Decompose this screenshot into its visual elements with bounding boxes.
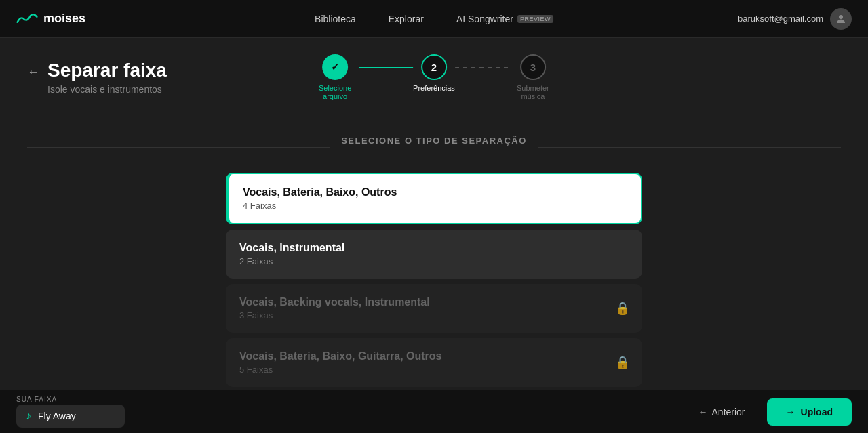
avatar-icon [835,13,847,25]
logo-text: moises [43,12,85,26]
back-button[interactable]: ← [27,65,39,79]
logo[interactable]: moises [16,12,85,26]
step-connector-1 [359,67,413,68]
music-note-icon: ♪ [26,410,31,422]
your-track-label: SUA FAIXA [16,396,125,403]
option-5-tracks-title: Vocais, Bateria, Baixo, Guitarra, Outros [239,350,629,363]
lock-icon-5: 🔒 [615,355,630,370]
option-3-tracks[interactable]: Vocais, Backing vocals, Instrumental 3 F… [226,284,642,333]
track-section: SUA FAIXA ♪ Fly Away [16,396,125,428]
track-name: Fly Away [38,411,76,421]
upload-button[interactable]: → Upload [767,398,852,426]
bottom-actions: ← Anterior → Upload [688,398,852,426]
page-subtitle: Isole vocais e instrumentos [47,84,167,95]
option-4-tracks-subtitle: 4 Faixas [243,201,627,211]
step-3: 3 Submeter música [509,54,557,100]
nav-ai-songwriter[interactable]: AI Songwriter PREVIEW [456,14,553,24]
step-2-label: Preferências [413,84,455,92]
nav-links: Biblioteca Explorar AI Songwriter PREVIE… [315,14,553,24]
bottom-bar: SUA FAIXA ♪ Fly Away ← Anterior → Upload [0,390,868,433]
step-3-circle: 3 [520,54,546,80]
option-3-tracks-title: Vocais, Backing vocals, Instrumental [239,296,629,308]
anterior-arrow-icon: ← [698,407,708,417]
option-4-tracks[interactable]: Vocais, Bateria, Baixo, Outros 4 Faixas [226,173,642,224]
lock-icon-3: 🔒 [615,301,630,316]
step-1-circle: ✓ [322,54,348,80]
step-1: ✓ Selecione arquivo [311,54,359,100]
option-2-tracks[interactable]: Vocais, Instrumental 2 Faixas [226,230,642,279]
user-area: baruksoft@gmail.com [738,8,852,30]
option-5-tracks[interactable]: Vocais, Bateria, Baixo, Guitarra, Outros… [226,338,642,387]
step-indicator: ✓ Selecione arquivo 2 Preferências 3 Sub… [311,54,557,100]
header: moises Biblioteca Explorar AI Songwriter… [0,0,868,38]
user-email: baruksoft@gmail.com [738,14,823,24]
option-3-tracks-subtitle: 3 Faixas [239,310,629,321]
logo-icon [16,12,38,26]
option-5-tracks-subtitle: 5 Faixas [239,365,629,375]
step-1-label: Selecione arquivo [311,84,359,100]
step-connector-2 [455,67,509,68]
section-title-row: SELECIONE O TIPO DE SEPARAÇÃO [27,136,841,159]
svg-point-0 [839,15,843,19]
anterior-button[interactable]: ← Anterior [688,401,756,423]
upload-arrow-icon: → [786,407,795,417]
step-3-label: Submeter música [509,84,557,100]
option-4-tracks-title: Vocais, Bateria, Baixo, Outros [243,186,627,199]
user-avatar[interactable] [830,8,852,30]
preview-badge: PREVIEW [517,15,553,23]
track-info: ♪ Fly Away [16,405,125,428]
separation-options: Vocais, Bateria, Baixo, Outros 4 Faixas … [226,173,642,390]
page-title: Separar faixa [47,60,167,81]
section-title: SELECIONE O TIPO DE SEPARAÇÃO [341,136,527,146]
nav-explorar[interactable]: Explorar [389,14,424,24]
option-2-tracks-subtitle: 2 Faixas [239,256,629,266]
divider-right [538,147,841,148]
divider-left [27,147,330,148]
option-2-tracks-title: Vocais, Instrumental [239,242,629,254]
step-2-circle: 2 [421,54,447,80]
nav-biblioteca[interactable]: Biblioteca [315,14,356,24]
step-2: 2 Preferências [413,54,455,92]
page-title-block: Separar faixa Isole vocais e instrumento… [47,60,167,95]
